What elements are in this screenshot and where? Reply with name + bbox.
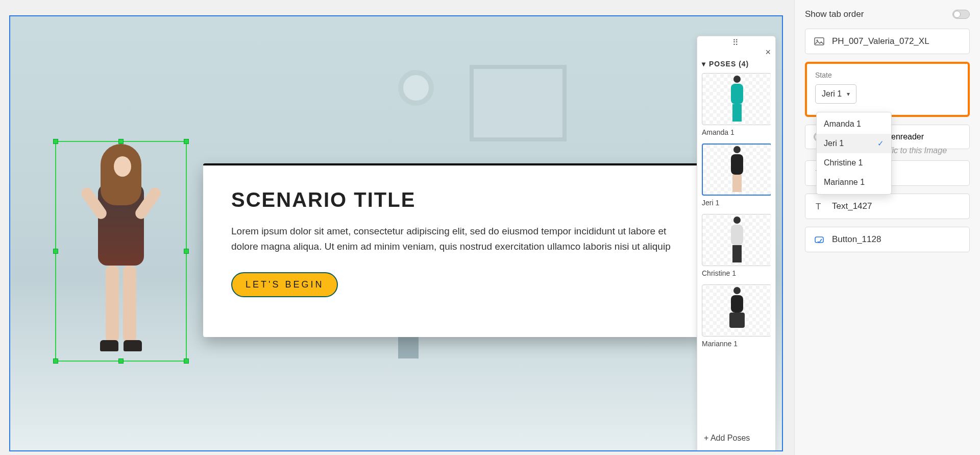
resize-handle[interactable] [184,249,189,254]
chevron-down-icon: ▾ [702,60,706,68]
resize-handle[interactable] [53,249,58,254]
state-option[interactable]: Amanda 1 [817,114,891,134]
table-base [265,343,551,389]
poses-header-label: POSES (4) [709,60,749,68]
selection-box[interactable] [55,141,187,362]
pose-item[interactable]: Jeri 1 [702,143,771,211]
check-icon: ✓ [877,139,884,148]
poses-panel[interactable]: ⠿ × ▾ POSES (4) Amanda 1Jeri 1Christine … [697,36,776,451]
resize-handle[interactable] [53,139,58,144]
scenario-title: SCENARIO TITLE [231,188,675,211]
image-icon [814,36,825,47]
pose-label: Christine 1 [702,269,771,277]
drag-grip-icon[interactable]: ⠿ [702,40,771,45]
state-option[interactable]: Christine 1 [817,153,891,173]
svg-rect-4 [815,237,823,243]
pose-thumbnail[interactable] [702,214,771,266]
resize-handle[interactable] [118,139,124,144]
state-value: Jeri 1 [822,89,842,99]
pose-label: Jeri 1 [702,199,771,207]
pose-item[interactable]: Amanda 1 [702,73,771,140]
text-object-row[interactable]: TText_1427 [805,194,970,219]
asset-row[interactable]: PH_007_Valeria_072_XL [805,29,970,54]
wall-clock [398,70,434,106]
state-option[interactable]: Jeri 1✓ [817,134,891,153]
chevron-down-icon: ▾ [847,90,850,98]
resize-handle[interactable] [184,358,189,364]
lets-begin-button[interactable]: LET'S BEGIN [231,272,338,297]
poses-header[interactable]: ▾ POSES (4) [702,60,771,68]
close-icon[interactable]: × [765,47,771,57]
button-icon [814,234,825,245]
show-tab-order-toggle[interactable] [952,10,970,19]
pose-thumbnail[interactable] [702,284,771,337]
resize-handle[interactable] [184,139,189,144]
pose-thumbnail[interactable] [702,143,771,196]
pose-thumbnail[interactable] [702,73,771,125]
svg-rect-0 [815,38,824,45]
text-icon: T [814,201,825,212]
state-section: State Jeri 1 ▾ Amanda 1Jeri 1✓Christine … [805,62,970,117]
properties-panel: Show tab order PH_007_Valeria_072_XL Sta… [794,0,980,455]
object-label: Text_1427 [832,201,872,211]
state-label: State [815,71,960,79]
state-dropdown[interactable]: Jeri 1 ▾ [815,84,856,104]
pose-label: Amanda 1 [702,128,771,136]
svg-text:T: T [816,202,821,211]
show-tab-order-label: Show tab order [805,9,864,19]
scenario-card: SCENARIO TITLE Lorem ipsum dolor sit ame… [203,163,703,337]
pose-item[interactable]: Christine 1 [702,214,771,281]
button-object-row[interactable]: Button_1128 [805,227,970,252]
object-label: Button_1128 [832,234,881,245]
wall-frame [470,65,567,141]
pose-item[interactable]: Marianne 1 [702,284,771,352]
pose-label: Marianne 1 [702,340,771,348]
resize-handle[interactable] [118,358,124,364]
character-figure[interactable] [85,147,157,356]
add-poses-button[interactable]: + Add Poses [702,427,771,449]
poses-list: Amanda 1Jeri 1Christine 1Marianne 1 [702,73,771,427]
asset-name: PH_007_Valeria_072_XL [832,36,929,46]
state-option[interactable]: Marianne 1 [817,173,891,192]
resize-handle[interactable] [53,358,58,364]
canvas-stage[interactable]: SCENARIO TITLE Lorem ipsum dolor sit ame… [9,15,783,451]
state-dropdown-menu[interactable]: Amanda 1Jeri 1✓Christine 1Marianne 1 [816,112,892,195]
scenario-body: Lorem ipsum dolor sit amet, consectetur … [231,224,675,255]
